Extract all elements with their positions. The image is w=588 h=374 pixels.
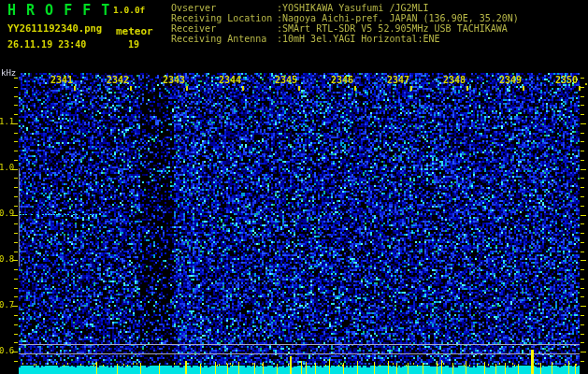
output-filename: YY2611192340.png: [7, 22, 102, 34]
station-info-value: :10mH 3el.YAGI Horizontal:ENE: [277, 34, 440, 44]
freq-tick-label: 0.6: [0, 346, 13, 355]
echo-count: 19: [128, 39, 139, 50]
station-info-line: Receiving Location:Nagoya Aichi-pref. JA…: [171, 13, 519, 23]
time-tick-label: 2349: [486, 75, 522, 85]
freq-tick-label: 1.1: [0, 117, 13, 126]
station-info-line: Receiver:SMArt RTL-SDR V5 52.905MHz USB …: [171, 23, 519, 34]
mode-label: meteor: [116, 25, 153, 37]
datetime-label: 26.11.19 23:40: [7, 39, 86, 50]
time-tick-label: 2345: [262, 75, 297, 85]
time-axis-trailing-dot: .: [583, 77, 588, 87]
freq-tick-label: 0.9: [0, 209, 13, 218]
station-info-value: :YOSHIKAWA Yasufumi /JG2MLI: [277, 3, 429, 13]
time-tick-label: 2343: [150, 75, 185, 85]
time-tick-label: 2347: [374, 75, 409, 85]
station-info-label: Receiving Antenna: [171, 34, 277, 44]
app-version: 1.0.0f: [113, 5, 145, 15]
station-info-label: Receiver: [171, 23, 277, 34]
time-tick-label: 2346: [318, 75, 353, 85]
freq-axis-unit: kHz: [1, 68, 16, 78]
freq-tick-label: 0.8: [0, 254, 13, 264]
station-info-value: :Nagoya Aichi-pref. JAPAN (136.90E, 35.2…: [277, 13, 519, 23]
station-info-label: Ovserver: [171, 3, 277, 13]
app-title: H R O F F T: [7, 2, 110, 19]
time-tick-label: 2350: [542, 75, 578, 85]
time-tick-label: 2344: [206, 75, 241, 85]
time-tick-label: 2341: [37, 75, 73, 85]
hrofft-screen: H R O F F T 1.0.0f YY2611192340.png mete…: [0, 0, 588, 374]
station-info-block: Ovserver:YOSHIKAWA Yasufumi /JG2MLIRecei…: [171, 3, 519, 44]
freq-tick-label: 1.0: [0, 163, 13, 172]
spectrogram-canvas: [0, 0, 588, 374]
station-info-line: Receiving Antenna:10mH 3el.YAGI Horizont…: [171, 34, 519, 44]
station-info-value: :SMArt RTL-SDR V5 52.905MHz USB TACHIKAW…: [277, 23, 508, 34]
station-info-label: Receiving Location: [171, 13, 277, 23]
time-tick-label: 2342: [93, 75, 129, 85]
freq-tick-label: 0.7: [0, 300, 13, 309]
station-info-line: Ovserver:YOSHIKAWA Yasufumi /JG2MLI: [171, 3, 519, 13]
time-tick-label: 2348: [430, 75, 466, 85]
